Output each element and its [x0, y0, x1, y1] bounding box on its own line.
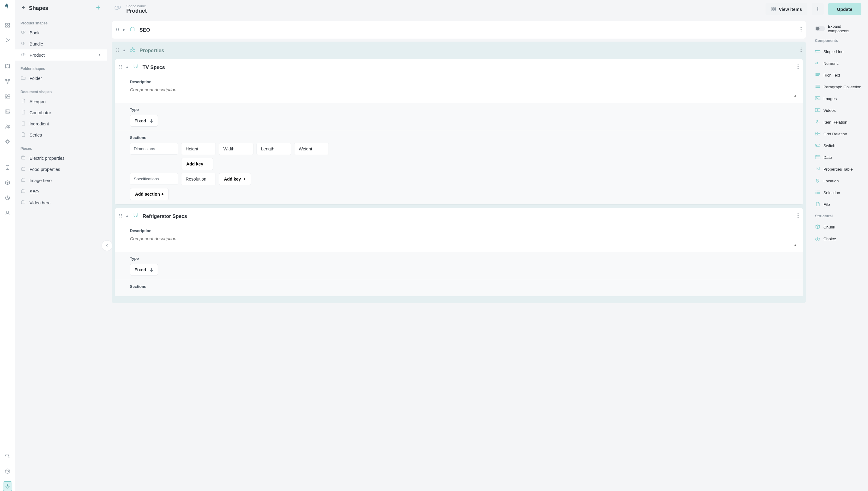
drag-handle-icon[interactable] [116, 27, 119, 33]
component-type-icon [815, 224, 820, 230]
sidebar-item[interactable]: SEO [15, 186, 107, 197]
component-more-button[interactable] [798, 213, 799, 219]
component-header[interactable]: SEO [112, 21, 806, 38]
caret-right-icon[interactable] [123, 27, 126, 33]
rail-cube-icon[interactable] [3, 178, 12, 187]
component-type-label: Date [824, 155, 832, 160]
rail-pie-icon[interactable] [3, 193, 12, 203]
shape-more-button[interactable] [812, 3, 824, 15]
sidebar-item-label: Book [30, 30, 39, 35]
svg-rect-7 [5, 95, 7, 96]
sidebar-item[interactable]: Book [15, 27, 107, 38]
crystallize-logo-icon[interactable] [4, 3, 11, 12]
view-items-button[interactable]: View items [766, 3, 807, 15]
sidebar-item[interactable]: Electric properties [15, 152, 107, 164]
svg-rect-31 [21, 179, 25, 181]
description-input[interactable] [130, 236, 796, 246]
component-more-button[interactable] [798, 64, 799, 70]
svg-point-94 [816, 145, 817, 146]
svg-point-42 [817, 7, 818, 8]
component-palette-item[interactable]: Date [815, 152, 863, 163]
component-header[interactable]: Refrigerator Specs [115, 208, 803, 224]
component-palette-item[interactable]: Choice [815, 233, 863, 245]
key-pill[interactable]: Resolution [181, 173, 216, 185]
caret-up-icon[interactable] [123, 48, 126, 53]
add-key-button[interactable]: Add key+ [219, 173, 251, 185]
section-name[interactable]: Dimensions [130, 143, 178, 155]
back-button[interactable] [21, 5, 26, 11]
add-shape-button[interactable] [95, 4, 101, 12]
drag-handle-icon[interactable] [119, 213, 122, 219]
sidebar-item[interactable]: Product [15, 50, 107, 61]
rail-catalogue-icon[interactable] [3, 21, 12, 30]
component-more-button[interactable] [801, 27, 802, 33]
component-title: SEO [140, 27, 797, 33]
sidebar-item[interactable]: Allergen [15, 96, 107, 107]
component-palette-item[interactable]: Selection [815, 187, 863, 199]
component-palette-item[interactable]: Properties Table [815, 163, 863, 175]
key-pill[interactable]: Width [219, 143, 253, 155]
component-palette-item[interactable]: Item Relation [815, 116, 863, 128]
component-palette-item[interactable]: Single Line [815, 46, 863, 58]
svg-point-53 [801, 29, 801, 30]
svg-rect-30 [21, 168, 25, 170]
sidebar-item[interactable]: Food properties [15, 164, 107, 175]
key-pill[interactable]: Height [181, 143, 216, 155]
rail-pin-icon[interactable] [3, 35, 12, 45]
component-palette-item[interactable]: Chunk [815, 221, 863, 233]
type-select[interactable]: Fixed [130, 264, 158, 276]
sidebar-item[interactable]: Video hero [15, 197, 107, 208]
component-title: TV Specs [143, 64, 794, 70]
rail-customer-icon[interactable] [3, 208, 12, 218]
sidebar-item[interactable]: Bundle [15, 38, 107, 50]
drag-handle-icon[interactable] [119, 64, 122, 70]
component-palette-item[interactable]: Switch [815, 140, 863, 152]
component-palette-item[interactable]: File [815, 199, 863, 210]
key-pill[interactable]: Weight [294, 143, 329, 155]
piece-icon [21, 189, 26, 195]
type-select[interactable]: Fixed [130, 115, 158, 126]
rail-grid-icon[interactable] [3, 92, 12, 101]
add-section-button[interactable]: Add section + [130, 188, 169, 200]
sidebar-item[interactable]: Ingredient [15, 118, 107, 129]
update-button[interactable]: Update [828, 3, 861, 15]
component-palette-item[interactable]: Grid Relation [815, 128, 863, 140]
caret-up-icon[interactable] [126, 64, 129, 70]
expand-components-toggle[interactable] [815, 26, 825, 31]
component-palette-item[interactable]: Images [815, 93, 863, 105]
rail-image-icon[interactable] [3, 107, 12, 116]
add-key-button[interactable]: Add key+ [181, 158, 213, 170]
collapse-sidebar-button[interactable] [101, 240, 112, 251]
rail-settings-icon[interactable] [3, 481, 12, 491]
svg-point-71 [121, 68, 122, 68]
sidebar-item[interactable]: Image hero [15, 175, 107, 186]
component-header[interactable]: Properties [112, 41, 806, 59]
component-palette-item[interactable]: Videos [815, 105, 863, 116]
component-palette-item[interactable]: Rich Text [815, 69, 863, 81]
doc-icon [21, 121, 26, 127]
svg-rect-10 [7, 97, 10, 98]
component-palette-item[interactable]: Location [815, 175, 863, 187]
shape-name[interactable]: Product [126, 8, 147, 14]
rail-users-icon[interactable] [3, 122, 12, 132]
rail-search-icon[interactable] [3, 451, 12, 461]
rail-virus-icon[interactable] [3, 137, 12, 146]
caret-up-icon[interactable] [126, 213, 129, 219]
description-input[interactable] [130, 87, 796, 97]
editor: SEO Properties [107, 18, 811, 491]
svg-rect-95 [815, 156, 820, 159]
section-name[interactable]: Specifications [130, 173, 178, 185]
rail-graph-icon[interactable] [3, 77, 12, 86]
key-pill[interactable]: Length [257, 143, 291, 155]
rail-book-icon[interactable] [3, 61, 12, 71]
sidebar-item[interactable]: Folder [15, 73, 107, 84]
sidebar-item[interactable]: Contributor [15, 107, 107, 118]
sidebar-item[interactable]: Series [15, 129, 107, 141]
component-palette-item[interactable]: Paragraph Collection [815, 81, 863, 93]
rail-clipboard-icon[interactable] [3, 163, 12, 172]
component-palette-item[interactable]: 42Numeric [815, 58, 863, 69]
component-more-button[interactable] [801, 47, 802, 53]
drag-handle-icon[interactable] [116, 48, 119, 53]
component-header[interactable]: TV Specs [115, 59, 803, 75]
rail-translate-icon[interactable] [3, 466, 12, 476]
